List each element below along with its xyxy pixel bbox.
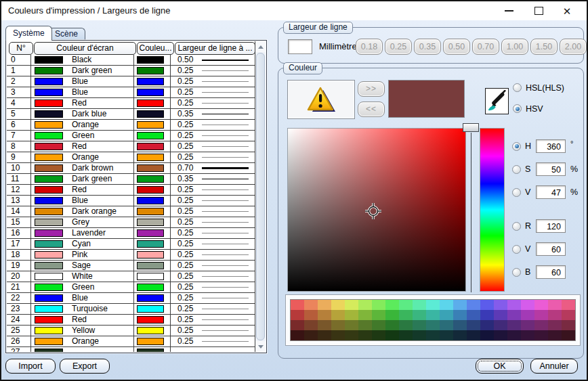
palette-swatch[interactable] [494, 310, 507, 320]
palette-swatch[interactable] [399, 320, 413, 330]
scroll-up-button[interactable] [255, 41, 266, 52]
palette-swatch[interactable] [453, 320, 467, 330]
column-header-number[interactable]: N° [9, 42, 33, 55]
table-row[interactable]: 3Blue0.25 [7, 87, 255, 98]
saturation-value-picker[interactable] [287, 128, 466, 292]
palette-swatch[interactable] [562, 330, 575, 340]
line-width-preset-button[interactable]: 0.18 [356, 39, 383, 55]
table-row[interactable]: 15Grey0.25 [7, 217, 255, 228]
palette-swatch[interactable] [399, 330, 413, 340]
table-row[interactable]: 22Blue0.25 [7, 293, 255, 304]
palette-swatch[interactable] [372, 330, 385, 340]
palette-swatch[interactable] [426, 310, 440, 320]
palette-swatch[interactable] [507, 320, 521, 330]
palette-swatch[interactable] [480, 320, 494, 330]
field-input[interactable]: 60 [536, 242, 566, 256]
field-input[interactable]: 60 [536, 265, 566, 279]
column-header-line-width[interactable]: Largeur de ligne à ... [175, 42, 255, 55]
table-row[interactable]: 21Green0.25 [7, 282, 255, 293]
scrollbar-thumb[interactable] [256, 53, 265, 340]
line-width-preset-button[interactable]: 0.35 [414, 39, 441, 55]
palette-swatch[interactable] [548, 310, 562, 320]
palette-swatch[interactable] [345, 330, 358, 340]
hue-slider-track[interactable] [471, 133, 471, 292]
table-row[interactable]: 13Blue0.25 [7, 196, 255, 206]
palette-swatch[interactable] [534, 310, 548, 320]
palette-swatch[interactable] [440, 310, 453, 320]
palette-swatch[interactable] [440, 320, 453, 330]
palette-swatch[interactable] [453, 310, 467, 320]
palette-swatch[interactable] [521, 310, 534, 320]
palette-swatch[interactable] [318, 320, 331, 330]
palette-swatch[interactable] [304, 310, 318, 320]
column-header-screen-color[interactable]: Couleur d'écran [34, 42, 136, 55]
palette-swatch[interactable] [521, 300, 534, 310]
line-width-preset-button[interactable]: 0.25 [385, 39, 412, 55]
hue-bar[interactable] [480, 128, 505, 292]
mode-hsl-radio[interactable]: HSL(HLS) [513, 83, 564, 93]
scroll-down-button[interactable] [255, 341, 266, 352]
palette-swatch[interactable] [521, 330, 534, 340]
palette-swatch[interactable] [494, 330, 507, 340]
palette-swatch[interactable] [331, 310, 345, 320]
table-row[interactable]: 2Blue0.25 [7, 76, 255, 87]
table-row[interactable]: 24Red0.25 [7, 315, 255, 326]
palette-swatch[interactable] [548, 330, 562, 340]
palette-swatch[interactable] [399, 300, 413, 310]
line-width-preset-button[interactable]: 1.50 [530, 39, 558, 55]
palette-swatch[interactable] [291, 310, 304, 320]
palette-swatch[interactable] [413, 330, 426, 340]
palette-swatch[interactable] [399, 310, 413, 320]
palette-swatch[interactable] [426, 300, 440, 310]
palette-swatch[interactable] [318, 300, 331, 310]
palette-swatch[interactable] [304, 330, 318, 340]
table-row[interactable]: 14Dark orange0.25 [7, 206, 255, 217]
palette-swatch[interactable] [385, 310, 399, 320]
palette-swatch[interactable] [440, 300, 453, 310]
table-row[interactable]: 11Dark green0.35 [7, 174, 255, 185]
palette-swatch[interactable] [318, 330, 331, 340]
palette-swatch[interactable] [467, 320, 480, 330]
palette-swatch[interactable] [385, 320, 399, 330]
table-row[interactable]: 18Pink0.25 [7, 250, 255, 261]
import-button[interactable]: Import [5, 359, 56, 374]
table-row[interactable]: 0Black0.50 [7, 55, 255, 66]
palette-swatch[interactable] [440, 330, 453, 340]
palette-swatch[interactable] [548, 300, 562, 310]
table-row[interactable]: 8Red0.25 [7, 141, 255, 152]
palette-swatch[interactable] [521, 320, 534, 330]
field-radio[interactable] [512, 222, 521, 231]
palette-swatch[interactable] [507, 300, 521, 310]
palette-swatch[interactable] [413, 300, 426, 310]
hue-slider-thumb[interactable] [463, 123, 479, 132]
table-row[interactable]: 12Red0.25 [7, 185, 255, 196]
palette-swatch[interactable] [467, 310, 480, 320]
table-row[interactable]: 20White0.25 [7, 271, 255, 282]
column-header-print-color[interactable]: Couleu... [137, 42, 174, 55]
palette-swatch[interactable] [358, 320, 372, 330]
table-row[interactable]: 5Dark blue0.35 [7, 109, 255, 120]
palette-swatch[interactable] [480, 310, 494, 320]
palette-swatch[interactable] [534, 300, 548, 310]
palette-swatch[interactable] [331, 300, 345, 310]
palette-swatch[interactable] [562, 300, 575, 310]
palette-swatch[interactable] [358, 330, 372, 340]
table-row[interactable]: 16Lavender0.25 [7, 228, 255, 239]
minimize-button[interactable] [495, 1, 523, 20]
field-input[interactable]: 360 [536, 139, 566, 153]
table-row[interactable]: 17Cyan0.25 [7, 239, 255, 250]
mode-hsv-radio[interactable]: HSV [513, 104, 543, 114]
palette-swatch[interactable] [358, 310, 372, 320]
palette-swatch[interactable] [562, 310, 575, 320]
field-input[interactable]: 50 [536, 162, 566, 176]
line-width-preset-button[interactable]: 0.50 [443, 39, 470, 55]
table-row[interactable]: 4Red0.25 [7, 98, 255, 109]
palette-swatch[interactable] [480, 330, 494, 340]
line-width-input[interactable] [288, 39, 312, 54]
cancel-button[interactable]: Annuler [530, 359, 578, 374]
palette-swatch[interactable] [372, 300, 385, 310]
palette-swatch[interactable] [413, 310, 426, 320]
line-width-preset-button[interactable]: 2.00 [560, 39, 587, 55]
palette-swatch[interactable] [358, 300, 372, 310]
palette-swatch[interactable] [453, 330, 467, 340]
